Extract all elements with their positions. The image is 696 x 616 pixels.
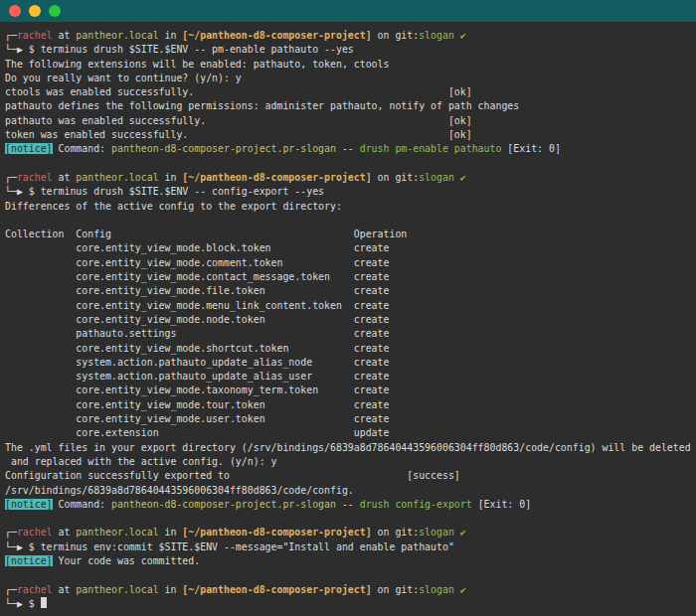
git-branch: slogan [419,527,454,538]
window-titlebar [0,0,696,22]
table-row: core.entity_view_mode.file.token create [5,284,696,298]
terminal-output[interactable]: ┌─rachel at pantheor.local in [~/pantheo… [0,22,696,616]
text-segment: Do you really want to continue? (y/n): y [5,73,242,83]
operation: create [265,314,390,325]
text-segment: ctools was enabled successfully. [5,86,194,97]
blank-line [5,214,696,228]
ok-badge: [ok] [188,129,471,140]
config-name: core.entity_view_mode.taxonomy_term.toke… [5,385,318,395]
git-branch: slogan [419,584,454,595]
table-row: core.entity_view_mode.node.token create [5,313,696,327]
operation: create [288,343,389,354]
config-name: pathauto.settings [5,328,176,339]
user-name: rachel [17,527,53,538]
output-line: The following extensions will be enabled… [5,58,696,72]
user-name: rachel [17,172,53,183]
host-name: pantheor.local [76,172,158,183]
text-segment: at [53,527,77,538]
command-line: └─▶ $ [5,597,696,611]
traffic-lights [9,5,61,17]
table-row: core.entity_view_mode.contact_message.to… [5,270,696,284]
cwd-path: [~/pantheon-d8-composer-project] [182,172,371,183]
cwd-path: [~/pantheon-d8-composer-project] [182,527,371,538]
command-text: terminus drush $SITE.$ENV -- pm-enable p… [41,44,354,55]
cwd-path: [~/pantheon-d8-composer-project] [182,584,371,595]
success-badge: [success] [230,470,460,481]
git-branch: slogan [419,172,454,183]
git-clean-check-icon: ✔ [454,527,466,538]
table-row: core.entity_view_mode.menu_link_content.… [5,299,696,313]
table-row: core.entity_view_mode.taxonomy_term.toke… [5,384,696,397]
drush-command: drush config-export [360,499,472,510]
col-operation: Operation [111,229,407,239]
site-env: pantheon-d8-composer-project.pr-slogan [111,143,336,154]
config-name: core.entity_view_mode.menu_link_content.… [5,300,342,311]
config-name: core.entity_view_mode.tour.token [5,399,265,410]
table-row: core.entity_view_mode.shortcut.token cre… [5,342,696,356]
operation: create [265,285,390,296]
host-name: pantheor.local [76,584,158,595]
user-name: rachel [17,30,53,41]
config-name: core.entity_view_mode.contact_message.to… [5,271,330,282]
col-config: Config [64,229,111,239]
prompt-connector: ┌─ [5,172,17,183]
operation: create [342,300,390,311]
command-line: └─▶ $ terminus drush $SITE.$ENV -- pm-en… [5,43,696,57]
text-segment: Your code was committed. [53,555,201,566]
table-row: system.action.pathauto_update_alias_node… [5,356,696,370]
table-row: core.entity_view_mode.comment.token crea… [5,256,696,270]
status-line: token was enabled successfully. [ok] [5,128,696,142]
question-line: Do you really want to continue? (y/n): y [5,72,696,85]
output-line: The .yml files in your export directory … [5,441,696,455]
operation: create [312,371,389,382]
notice-line: [notice] Command: pantheon-d8-composer-p… [5,142,696,156]
operation: create [318,385,389,395]
close-button[interactable] [9,5,21,17]
text-segment: in [159,30,183,41]
host-name: pantheor.local [76,527,158,538]
zoom-button[interactable] [49,5,61,17]
config-name: core.entity_view_mode.user.token [5,413,265,424]
git-label: git: [395,30,419,41]
host-name: pantheor.local [76,30,158,41]
notice-badge: [notice] [5,555,53,566]
git-label: git: [395,584,419,595]
table-row: core.extension update [5,426,696,440]
text-segment: on [372,30,396,41]
output-line: /srv/bindings/6839a8d78640443596006304ff… [5,484,696,498]
exit-code: [Exit: 0] [472,499,531,510]
git-clean-check-icon: ✔ [454,30,466,41]
prompt-line: ┌─rachel at pantheor.local in [~/pantheo… [5,171,696,185]
text-segment: at [53,30,77,41]
minimize-button[interactable] [29,5,41,17]
notice-badge: [notice] [5,499,53,510]
text-segment: -- [336,499,360,510]
text-segment: pathauto was enabled successfully. [5,115,206,126]
text-segment: Command: [53,143,111,154]
cwd-path: [~/pantheon-d8-composer-project] [182,30,371,41]
prompt-symbol: └─▶ $ [5,44,41,55]
operation: create [265,399,390,410]
operation: create [330,271,389,282]
question-line: and replaced with the active config. (y/… [5,455,696,469]
text-segment: at [53,172,77,183]
notice-line: [notice] Your code was committed. [5,554,696,568]
prompt-line: ┌─rachel at pantheor.local in [~/pantheo… [5,526,696,539]
terminal-cursor[interactable] [41,597,47,608]
table-row: core.entity_view_mode.tour.token create [5,398,696,412]
git-clean-check-icon: ✔ [454,584,466,595]
config-name: core.entity_view_mode.node.token [5,314,265,325]
table-row: core.entity_view_mode.user.token create [5,412,696,426]
git-branch: slogan [419,30,454,41]
prompt-line: ┌─rachel at pantheor.local in [~/pantheo… [5,583,696,597]
site-env: pantheon-d8-composer-project.pr-slogan [111,499,336,510]
operation: create [265,413,390,424]
table-row: system.action.pathauto_update_alias_user… [5,370,696,384]
prompt-connector: ┌─ [5,527,17,538]
prompt-connector: ┌─ [5,584,17,595]
text-segment: /srv/bindings/6839a8d78640443596006304ff… [5,485,354,496]
user-name: rachel [17,584,53,595]
ok-badge: [ok] [194,86,471,97]
text-segment: at [53,584,77,595]
git-clean-check-icon: ✔ [454,172,466,183]
